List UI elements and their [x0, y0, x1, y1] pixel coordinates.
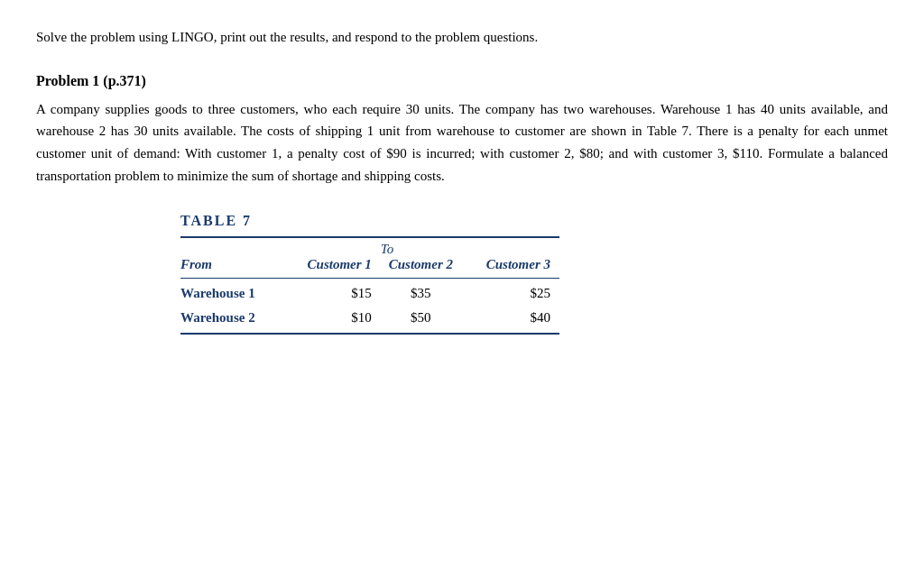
from-header: From [180, 257, 291, 279]
customer1-header: Customer 1 [291, 257, 381, 279]
table-title: TABLE 7 [180, 213, 888, 229]
problem-title: Problem 1 (p.371) [36, 73, 888, 89]
table-container: TABLE 7 To From Customer 1 Customer 2 Cu… [180, 213, 888, 335]
w1-c2-value: $35 [381, 278, 470, 306]
table-row: Warehouse 1 $15 $35 $25 [180, 278, 559, 306]
w2-c2-value: $50 [381, 306, 470, 334]
column-header-row: From Customer 1 Customer 2 Customer 3 [180, 257, 559, 279]
data-table: To From Customer 1 Customer 2 Customer 3… [180, 236, 559, 335]
to-label: To [381, 237, 470, 257]
to-header-row: To [180, 237, 559, 257]
warehouse2-label: Warehouse 2 [180, 306, 291, 334]
warehouse1-label: Warehouse 1 [180, 278, 291, 306]
w1-c3-value: $25 [470, 278, 559, 306]
customer2-header: Customer 2 [381, 257, 470, 279]
w1-c1-value: $15 [291, 278, 381, 306]
table-row: Warehouse 2 $10 $50 $40 [180, 306, 559, 334]
intro-text: Solve the problem using LINGO, print out… [36, 27, 888, 48]
problem-body: A company supplies goods to three custom… [36, 98, 888, 188]
customer3-header: Customer 3 [470, 257, 559, 279]
w2-c1-value: $10 [291, 306, 381, 334]
w2-c3-value: $40 [470, 306, 559, 334]
